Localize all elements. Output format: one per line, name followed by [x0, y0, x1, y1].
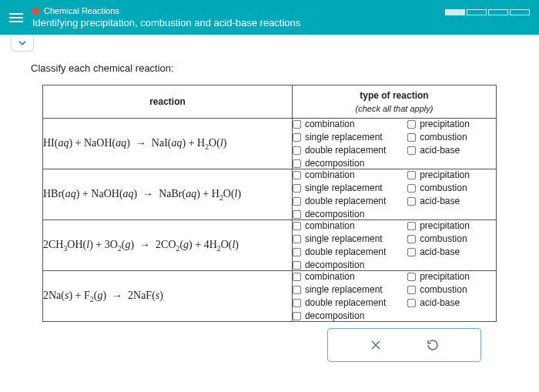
options-cell: combination precipitation single replace… [292, 119, 496, 169]
checkbox-combustion[interactable] [407, 286, 416, 294]
option-label: acid-base [420, 196, 460, 206]
option-label: decomposition [305, 310, 364, 321]
close-icon [370, 339, 382, 351]
checkbox-single-replacement[interactable] [293, 184, 301, 193]
reset-button[interactable] [424, 337, 441, 353]
checkbox-precipitation[interactable] [407, 171, 416, 179]
reaction-cell: 2CH3OH(l) + 3O2(g) → 2CO2(g) + 4H2O(l) [43, 220, 293, 271]
checkbox-double-replacement[interactable] [293, 146, 301, 155]
option-label: decomposition [305, 209, 364, 219]
checkbox-combustion[interactable] [407, 235, 416, 243]
option-label: combustion [420, 132, 467, 142]
checkbox-combination[interactable] [293, 120, 301, 129]
option-label: decomposition [305, 260, 364, 270]
checkbox-decomposition[interactable] [293, 312, 301, 320]
options-cell: combination precipitation single replace… [292, 169, 496, 220]
checkbox-combustion[interactable] [407, 184, 416, 193]
checkbox-combustion[interactable] [407, 133, 416, 142]
option-label: combustion [420, 183, 467, 193]
page-title: Identifying precipitation, combustion an… [32, 17, 300, 28]
checkbox-acid-base[interactable] [407, 197, 416, 206]
option-label: decomposition [305, 158, 364, 169]
option-label: single replacement [305, 132, 383, 142]
table-row: HI(aq) + NaOH(aq) → NaI(aq) + H2O(l) com… [43, 119, 497, 169]
checkbox-acid-base[interactable] [407, 146, 416, 155]
checkbox-decomposition[interactable] [293, 261, 301, 270]
action-bar [327, 328, 481, 362]
option-label: precipitation [420, 271, 470, 282]
menu-icon[interactable] [9, 13, 23, 22]
table-row: HBr(aq) + NaOH(aq) → NaBr(aq) + H2O(l) c… [43, 169, 497, 220]
col-header-type: type of reaction (check all that apply) [292, 85, 496, 119]
checkbox-single-replacement[interactable] [293, 133, 301, 142]
table-row: 2Na(s) + F2(g) → 2NaF(s) combination pre… [43, 271, 497, 322]
content-area: Classify each chemical reaction: reactio… [0, 52, 539, 367]
checkbox-combination[interactable] [293, 171, 301, 179]
option-label: acid-base [420, 297, 460, 308]
checkbox-double-replacement[interactable] [293, 299, 301, 307]
option-label: double replacement [305, 196, 386, 206]
option-label: combination [305, 271, 355, 282]
table-row: 2CH3OH(l) + 3O2(g) → 2CO2(g) + 4H2O(l) c… [43, 220, 497, 271]
checkbox-decomposition[interactable] [293, 159, 301, 168]
checkbox-acid-base[interactable] [407, 299, 416, 307]
status-dot-icon [32, 8, 39, 15]
option-label: acid-base [420, 145, 460, 156]
clear-button[interactable] [367, 337, 384, 353]
option-label: combination [305, 220, 355, 231]
reaction-cell: HI(aq) + NaOH(aq) → NaI(aq) + H2O(l) [43, 119, 293, 169]
option-label: combustion [420, 284, 467, 295]
option-label: double replacement [305, 145, 386, 156]
checkbox-combination[interactable] [293, 273, 301, 281]
progress-bar [445, 9, 530, 15]
checkbox-single-replacement[interactable] [293, 235, 301, 243]
expand-toggle[interactable] [11, 35, 34, 52]
question-prompt: Classify each chemical reaction: [31, 62, 524, 74]
option-label: combustion [420, 233, 467, 244]
reaction-cell: HBr(aq) + NaOH(aq) → NaBr(aq) + H2O(l) [43, 169, 293, 220]
checkbox-double-replacement[interactable] [293, 197, 301, 206]
breadcrumb: Chemical Reactions [32, 6, 300, 15]
option-label: precipitation [420, 119, 470, 129]
breadcrumb-label: Chemical Reactions [44, 6, 119, 15]
checkbox-acid-base[interactable] [407, 248, 416, 256]
undo-icon [426, 338, 440, 352]
option-label: single replacement [305, 183, 383, 193]
chevron-down-icon [17, 38, 28, 49]
option-label: precipitation [420, 169, 470, 180]
reaction-cell: 2Na(s) + F2(g) → 2NaF(s) [43, 271, 293, 322]
checkbox-combination[interactable] [293, 222, 301, 230]
options-cell: combination precipitation single replace… [292, 220, 496, 271]
top-bar: Chemical Reactions Identifying precipita… [0, 0, 539, 35]
option-label: combination [305, 169, 355, 180]
option-label: double replacement [305, 297, 386, 308]
checkbox-precipitation[interactable] [407, 120, 416, 129]
checkbox-single-replacement[interactable] [293, 286, 301, 294]
col-header-reaction: reaction [43, 85, 293, 119]
reaction-table: reaction type of reaction (check all tha… [42, 85, 497, 322]
options-cell: combination precipitation single replace… [292, 271, 496, 322]
checkbox-precipitation[interactable] [407, 222, 416, 230]
checkbox-double-replacement[interactable] [293, 248, 301, 256]
option-label: precipitation [420, 220, 470, 231]
checkbox-decomposition[interactable] [293, 210, 301, 219]
checkbox-precipitation[interactable] [407, 273, 416, 281]
option-label: double replacement [305, 246, 386, 257]
option-label: combination [305, 119, 355, 129]
option-label: single replacement [305, 284, 383, 295]
option-label: acid-base [420, 246, 460, 257]
option-label: single replacement [305, 233, 383, 244]
